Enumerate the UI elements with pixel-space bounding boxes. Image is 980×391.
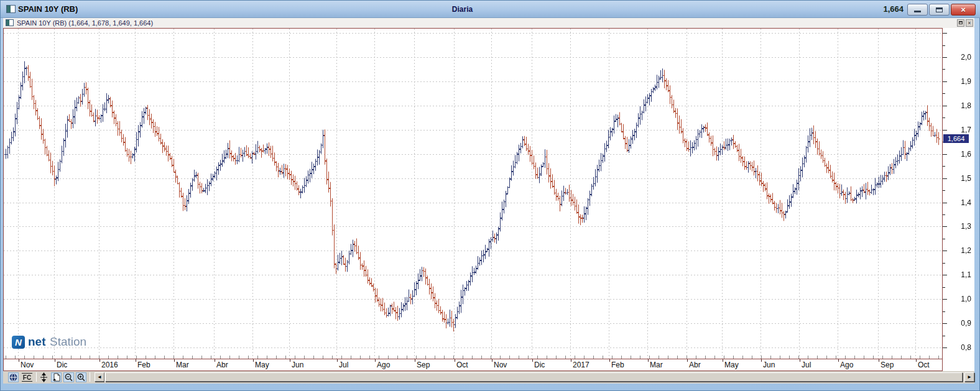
- x-axis-tick: [337, 359, 338, 362]
- y-axis-label: 1,1: [948, 270, 971, 279]
- toolbar-separator: [36, 372, 37, 382]
- x-axis-label: May: [255, 361, 269, 369]
- x-axis-tick: [99, 359, 100, 362]
- x-axis-tick: [136, 359, 136, 362]
- price-chart-canvas[interactable]: [4, 29, 942, 359]
- chart-close-button[interactable]: ×: [966, 19, 973, 27]
- page-icon: [52, 373, 61, 382]
- y-axis-label: 1,6: [948, 150, 971, 159]
- x-axis-label: Feb: [611, 361, 624, 369]
- x-axis-tick: [290, 359, 290, 362]
- x-axis-tick: [648, 359, 649, 362]
- chart-ohlc-readout: SPAIN 10Y (RB) (1,664, 1,678, 1,649, 1,6…: [17, 19, 153, 27]
- x-axis-label: Nov: [21, 361, 34, 369]
- x-axis-tick: [174, 359, 175, 362]
- x-axis-tick: [800, 359, 800, 362]
- restore-button[interactable]: [929, 4, 950, 16]
- x-axis-label: 2017: [573, 361, 589, 369]
- scroll-right-button[interactable]: ►: [964, 372, 974, 382]
- x-axis-label: May: [724, 361, 739, 369]
- x-axis-label: Jun: [292, 361, 303, 369]
- window-title: SPAIN 10Y (RB): [18, 4, 78, 14]
- x-axis-label: Sep: [417, 361, 430, 369]
- x-axis-tick: [532, 359, 533, 362]
- y-axis-label: 1,2: [948, 246, 971, 255]
- y-axis-label: 1,3: [948, 222, 971, 231]
- title-bar[interactable]: SPAIN 10Y (RB) Diaria 1,664 ×: [1, 1, 980, 18]
- fit-vertical-button[interactable]: [39, 372, 50, 382]
- fc-button[interactable]: FC: [22, 373, 32, 382]
- x-axis-label: Abr: [689, 361, 701, 369]
- x-axis-label: Sep: [881, 361, 894, 369]
- period-title: Diaria: [442, 5, 483, 14]
- chart-restore-icon: [959, 21, 963, 24]
- x-axis-label: Jul: [339, 361, 348, 369]
- zoom-out-button[interactable]: [63, 372, 74, 382]
- y-axis-label: 1,9: [948, 77, 971, 86]
- close-button[interactable]: ×: [951, 4, 976, 16]
- toolbar-separator: [90, 372, 90, 382]
- y-axis-label: 1,5: [948, 174, 971, 183]
- x-axis-label: Abr: [216, 361, 228, 369]
- chart-icon: [6, 19, 14, 26]
- x-axis-label: Dic: [57, 361, 67, 369]
- application-window: SPAIN 10Y (RB) Diaria 1,664 × SPAIN 10Y …: [0, 0, 980, 391]
- chart-restore-button[interactable]: [957, 19, 964, 27]
- x-axis-label: Ago: [377, 361, 390, 369]
- globe-icon: [9, 373, 18, 382]
- x-axis-tick: [253, 359, 254, 362]
- y-axis-label: 2,0: [948, 53, 971, 62]
- x-axis-tick: [838, 359, 839, 362]
- x-axis-tick: [415, 359, 415, 362]
- restore-icon: [936, 7, 943, 12]
- x-axis-tick: [492, 359, 492, 362]
- y-axis-label: 1,8: [948, 101, 971, 110]
- netstation-logo-station: Station: [50, 335, 86, 349]
- x-axis-tick: [609, 359, 610, 362]
- x-axis-tick: [215, 359, 215, 362]
- bottom-toolbar: FC: [3, 371, 974, 384]
- scrollbar-thumb[interactable]: [105, 372, 963, 382]
- x-axis-tick: [723, 359, 723, 362]
- close-icon: ×: [951, 5, 975, 14]
- netstation-logo-mark: N: [12, 336, 25, 349]
- scrollbar-track[interactable]: [104, 372, 964, 382]
- x-axis-label: Mar: [650, 361, 663, 369]
- x-axis-tick: [687, 359, 688, 362]
- x-axis-label: Jul: [802, 361, 811, 369]
- window-icon: [6, 5, 16, 13]
- x-axis-tick: [879, 359, 879, 362]
- x-axis-tick: [916, 359, 917, 362]
- x-axis-tick: [761, 359, 762, 362]
- y-axis-label: 0,8: [948, 343, 971, 352]
- x-axis-tick: [455, 359, 455, 362]
- y-axis-panel[interactable]: 1,664 2,01,91,81,71,61,51,41,31,21,11,00…: [943, 28, 974, 371]
- y-axis-label: 1,7: [948, 126, 971, 134]
- x-axis-label: Oct: [456, 361, 468, 369]
- x-axis-label: Feb: [137, 361, 150, 369]
- chart-settings-button[interactable]: [8, 372, 19, 382]
- fit-vertical-icon: [39, 372, 49, 382]
- x-axis-tick: [571, 359, 571, 362]
- last-price-tag: 1,664: [943, 134, 969, 143]
- chart-header-bar: SPAIN 10Y (RB) (1,664, 1,678, 1,649, 1,6…: [3, 18, 974, 28]
- x-axis-label: Ago: [840, 361, 853, 369]
- minimize-button[interactable]: [907, 4, 928, 16]
- zoom-in-icon: [76, 373, 86, 382]
- x-axis-label: Mar: [176, 361, 189, 369]
- minimize-icon: [914, 11, 921, 12]
- x-axis-band[interactable]: NovDic2016FebMarAbrMayJunJulAgoSepOctNov…: [3, 359, 943, 371]
- y-axis-label: 1,0: [948, 295, 971, 303]
- x-axis-label: Oct: [918, 361, 930, 369]
- zoom-in-button[interactable]: [76, 372, 86, 382]
- chart-region: NovDic2016FebMarAbrMayJunJulAgoSepOctNov…: [3, 28, 974, 371]
- scroll-left-button[interactable]: ◄: [95, 372, 104, 382]
- last-price-display: 1,664: [866, 4, 904, 14]
- x-axis-label: Jun: [763, 361, 775, 369]
- y-axis-label: 1,4: [948, 198, 971, 207]
- y-axis-label: 0,9: [948, 319, 971, 328]
- x-axis-label: Nov: [494, 361, 507, 369]
- x-axis-tick: [55, 359, 55, 362]
- page-mode-button[interactable]: [51, 372, 62, 382]
- netstation-logo-net: net: [28, 335, 46, 349]
